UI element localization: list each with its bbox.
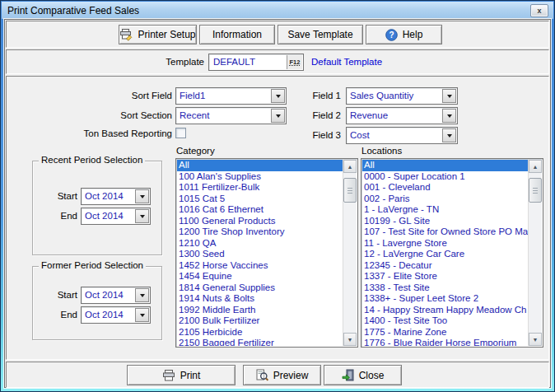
template-input[interactable]: DEFAULT F12 [208, 54, 304, 71]
sort-section-label: Sort Section [56, 110, 172, 120]
list-item[interactable]: 1400 - Test Site Too [362, 315, 528, 327]
list-item[interactable]: 14 - Happy Stream Happy Meadow Ch [362, 305, 528, 316]
ton-based-reporting-checkbox[interactable] [175, 128, 186, 138]
list-item[interactable]: 2105 Herbicide [177, 327, 343, 338]
recent-end-dropdown-button[interactable] [135, 209, 149, 223]
scrollbar-thumb[interactable] [529, 178, 542, 203]
list-item[interactable]: 1814 General Supplies [177, 282, 343, 294]
template-f12-button[interactable]: F12 [287, 55, 302, 69]
list-item[interactable]: 0000 - Super Location 1 [362, 171, 528, 183]
sort-section-value: Recent [180, 108, 270, 124]
field3-dropdown-button[interactable] [442, 128, 456, 142]
sort-section-combo[interactable]: Recent [175, 107, 287, 124]
help-button[interactable]: ? Help [366, 25, 442, 44]
former-end-dropdown-button[interactable] [135, 308, 149, 322]
category-listbox[interactable]: All100 Alan's Supplies1011 Fertilizer-Bu… [175, 158, 358, 348]
list-item[interactable]: 2150 Bagged Fertilizer [177, 338, 343, 346]
scroll-up-icon: ▲ [347, 164, 353, 170]
print-button[interactable]: Print [127, 365, 236, 385]
list-item[interactable]: 1338 - Test Site [362, 282, 528, 294]
recent-end-combo[interactable]: Oct 2014 [81, 208, 151, 225]
field1-combo[interactable]: Sales Quantitiy [346, 87, 458, 105]
save-template-button[interactable]: Save Template [278, 25, 363, 44]
help-label: Help [403, 29, 423, 40]
list-item[interactable]: 100 Alan's Supplies [177, 171, 343, 183]
save-template-label: Save Template [287, 29, 352, 40]
information-button[interactable]: Information [199, 25, 275, 44]
list-item[interactable]: All [362, 160, 528, 171]
field2-dropdown-button[interactable] [442, 109, 456, 123]
recent-start-dropdown-button[interactable] [135, 189, 149, 203]
field1-dropdown-button[interactable] [442, 89, 456, 103]
former-period-group: Former Period Selection Start Oct 2014 E… [32, 266, 162, 340]
list-item[interactable]: 12 - LaVergne Car Care [362, 249, 528, 260]
scroll-up-button[interactable]: ▲ [343, 160, 357, 173]
list-item[interactable]: All [177, 160, 343, 171]
chevron-down-icon [447, 114, 452, 120]
close-door-icon [342, 369, 354, 381]
list-item[interactable]: 1776 - Blue Raider Horse Emporium [362, 338, 528, 346]
scroll-down-button[interactable]: ▼ [343, 333, 357, 346]
category-scrollbar[interactable]: ▲ ▼ [343, 160, 357, 346]
sort-field-combo[interactable]: Field1 [175, 87, 287, 105]
list-item[interactable]: 1016 Cat 6 Ethernet [177, 204, 343, 216]
footer-panel: Print Preview [6, 362, 549, 388]
locations-listbox[interactable]: All0000 - Super Location 1001 - Clevelan… [361, 158, 543, 348]
dialog-client-area: Printer Setup Information Save Template … [4, 19, 551, 388]
scroll-down-button[interactable]: ▼ [529, 333, 542, 346]
field1-value: Sales Quantitiy [350, 88, 441, 104]
list-item[interactable]: 1454 Equine [177, 271, 343, 282]
former-end-combo[interactable]: Oct 2014 [81, 306, 151, 324]
close-label: Close [359, 370, 385, 381]
former-start-dropdown-button[interactable] [135, 288, 149, 302]
field1-label: Field 1 [301, 91, 341, 100]
svg-text:?: ? [389, 30, 394, 40]
sort-field-dropdown-button[interactable] [271, 89, 285, 103]
former-start-value: Oct 2014 [85, 287, 134, 303]
list-item[interactable]: 2100 Bulk Fertilizer [177, 315, 343, 327]
list-item[interactable]: 1011 Fertilizer-Bulk [177, 182, 343, 194]
scroll-up-icon: ▲ [533, 164, 539, 170]
template-panel: Template DEFAULT F12 Default Template [6, 49, 549, 74]
list-item[interactable]: 12345 - Decatur [362, 260, 528, 272]
title-bar: Print Comparative Feed Sales x [2, 2, 553, 19]
scrollbar-thumb[interactable] [343, 178, 357, 203]
printer-setup-button[interactable]: Printer Setup [119, 25, 197, 44]
field3-combo[interactable]: Cost [346, 127, 458, 144]
list-item[interactable]: 1338+ - Super Leet Store 2 [362, 293, 528, 305]
list-item[interactable]: 1337 - Elite Store [362, 271, 528, 282]
category-label: Category [176, 146, 215, 156]
list-item[interactable]: 1200 Tire Shop Inventory [177, 226, 343, 238]
sort-field-value: Field1 [180, 88, 270, 104]
sort-section-dropdown-button[interactable] [271, 109, 285, 123]
chevron-down-icon [276, 95, 281, 100]
list-item[interactable]: 1210 QA [177, 238, 343, 250]
list-item[interactable]: 001 - Cleveland [362, 182, 528, 194]
field3-value: Cost [350, 128, 441, 143]
list-item[interactable]: 1 - LaVergne - TN [362, 204, 528, 216]
former-start-label: Start [40, 290, 77, 300]
former-start-combo[interactable]: Oct 2014 [81, 287, 151, 304]
list-item[interactable]: 1914 Nuts & Bolts [177, 293, 343, 305]
close-window-button[interactable]: x [530, 4, 548, 17]
sort-field-label: Sort Field [56, 91, 172, 100]
list-item[interactable]: 1100 General Products [177, 216, 343, 227]
printer-setup-icon [119, 28, 133, 41]
list-item[interactable]: 002 - Paris [362, 194, 528, 205]
list-item[interactable]: 1775 - Marine Zone [362, 327, 528, 338]
main-panel: Sort Field Field1 Sort Section Recent To… [6, 76, 549, 360]
list-item[interactable]: 1452 Horse Vaccines [177, 260, 343, 272]
list-item[interactable]: 1015 Cat 5 [177, 194, 343, 205]
list-item[interactable]: 10199 - GL Site [362, 216, 528, 227]
field2-combo[interactable]: Revenue [346, 107, 458, 124]
scroll-up-button[interactable]: ▲ [529, 160, 542, 173]
preview-icon [256, 369, 268, 381]
list-item[interactable]: 107 - Test Site for Owned Store PO Ma [362, 226, 528, 238]
close-button[interactable]: Close [324, 365, 402, 385]
list-item[interactable]: 1992 Middle Earth [177, 305, 343, 316]
list-item[interactable]: 11 - Lavergne Store [362, 238, 528, 250]
recent-start-combo[interactable]: Oct 2014 [81, 188, 151, 205]
list-item[interactable]: 1300 Seed [177, 249, 343, 260]
locations-scrollbar[interactable]: ▲ ▼ [528, 160, 542, 346]
preview-button[interactable]: Preview [243, 365, 321, 385]
